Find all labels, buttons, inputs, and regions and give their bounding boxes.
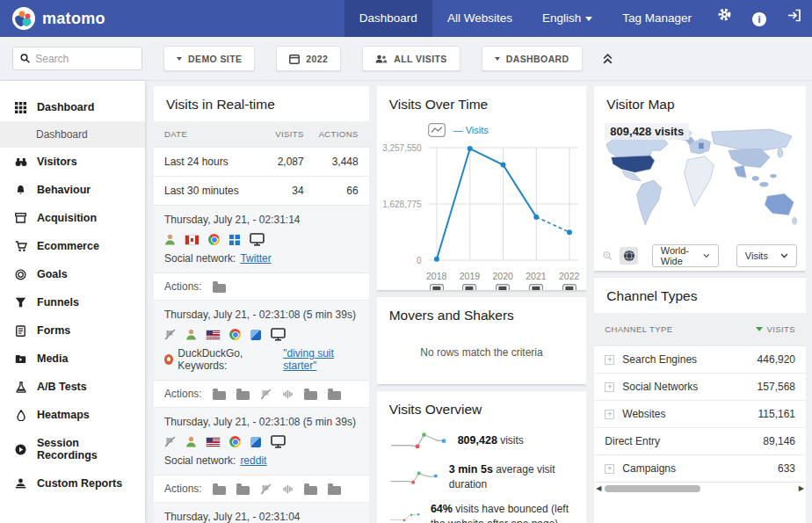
channel-row-direct-entry[interactable]: Direct Entry 89,146 [594, 427, 806, 454]
waveform-icon[interactable] [282, 484, 294, 494]
visits-over-time-plot [428, 142, 578, 265]
export-image-icon[interactable] [428, 123, 446, 137]
visitor-log-entry: Thursday, July 21, - 02:31:14 Social net… [154, 205, 369, 272]
col-header-visits[interactable]: VISITS [258, 129, 304, 139]
sidebar-item-goals[interactable]: Goals [0, 260, 145, 288]
sidebar-item-funnels[interactable]: Funnels [0, 288, 145, 316]
dashboard-selector-button[interactable]: DASHBOARD [482, 46, 583, 71]
collapse-chevrons-icon[interactable] [602, 53, 613, 64]
sidebar-item-custom-reports[interactable]: Custom Reports [0, 469, 145, 498]
clipboard-icon [14, 325, 27, 337]
folder-icon[interactable] [213, 486, 226, 495]
annotation-bubble-icon[interactable] [462, 284, 476, 290]
folder-icon[interactable] [213, 284, 226, 293]
bounce-rate-sparkline[interactable] [389, 505, 420, 523]
widget-title: Visits Overview [377, 391, 587, 426]
referrer-link[interactable]: "diving suit starter" [283, 347, 358, 372]
visit-datetime: Thursday, July 21, - 02:31:14 [164, 214, 359, 226]
annotation-bubble-icon[interactable] [496, 284, 510, 290]
expand-icon[interactable]: + [605, 382, 614, 392]
referrer-link[interactable]: Twitter [240, 252, 271, 265]
goal-crossed-icon[interactable] [260, 483, 272, 495]
metric-bounce-rate: 64% visits have bounced (left the websit… [377, 499, 587, 523]
chrome-icon [229, 436, 241, 447]
folder-icon[interactable] [213, 391, 226, 400]
site-selector-button[interactable]: DEMO SITE [163, 46, 255, 71]
x-axis-tick: 2020 [492, 271, 512, 281]
sidebar-item-dashboard[interactable]: Dashboard [0, 93, 145, 121]
sidebar-item-session-recordings[interactable]: Session Recordings [0, 429, 145, 469]
sidebar-item-forms[interactable]: Forms [0, 316, 145, 345]
top-navbar: matomo Dashboard All Websites English Ta… [0, 0, 812, 37]
info-icon[interactable]: i [742, 0, 777, 37]
col-header-visits[interactable]: VISITS [756, 324, 796, 334]
channel-row-websites[interactable]: +Websites 115,161 [594, 400, 806, 427]
scroll-right-icon[interactable]: ▶ [799, 484, 804, 492]
search-box[interactable] [12, 47, 142, 70]
world-map[interactable]: 809,428 visits [601, 121, 799, 239]
folder-icon[interactable] [304, 486, 317, 495]
map-region-select[interactable]: World-Wide [652, 244, 719, 267]
sidebar-item-acquisition[interactable]: Acquisition [0, 204, 145, 232]
visits-over-time-chart[interactable]: 01,628,7753,257,55020182019202020212022 [428, 142, 578, 290]
channel-row-social-networks[interactable]: +Social Networks 157,568 [594, 373, 806, 400]
referrer-label: DuckDuckGo, Keywords: [178, 347, 279, 372]
nav-tag-manager[interactable]: Tag Manager [607, 0, 707, 37]
legend-visits[interactable]: — Visits [453, 125, 489, 135]
sign-out-icon[interactable] [777, 0, 812, 37]
zoom-out-icon[interactable] [603, 249, 613, 263]
users-icon [375, 54, 388, 63]
widget-title: Visitor Map [594, 86, 806, 121]
expand-icon[interactable]: + [605, 464, 614, 474]
waveform-icon[interactable] [282, 389, 294, 399]
nav-all-websites[interactable]: All Websites [432, 0, 527, 37]
annotation-bubble-icon[interactable] [430, 284, 444, 290]
scroll-left-icon[interactable]: ◀ [596, 484, 601, 492]
widget-visits-overview: Visits Overview 809,428 visits 3 min 5s … [377, 391, 587, 523]
col-header-date[interactable]: DATE [164, 129, 258, 139]
scrollbar-thumb[interactable] [605, 485, 700, 492]
globe-icon[interactable] [620, 247, 638, 265]
goal-crossed-icon[interactable] [260, 389, 272, 400]
referrer-link[interactable]: reddit [240, 454, 266, 467]
folder-icon[interactable] [236, 486, 250, 495]
annotation-bubble-icon[interactable] [529, 284, 543, 290]
visitor-actions-row: Actions: [154, 475, 369, 502]
metric-avg-duration: 3 min 5s average visit duration [377, 460, 587, 499]
sidebar-item-ecommerce[interactable]: Ecommerce [0, 232, 145, 260]
channel-table-header: CHANNEL TYPE VISITS [594, 313, 806, 345]
folder-icon[interactable] [304, 391, 317, 400]
annotation-bubble-icon[interactable] [562, 284, 576, 290]
segment-selector-button[interactable]: ALL VISITS [362, 46, 460, 71]
folder-icon[interactable] [328, 486, 341, 495]
visits-sparkline[interactable] [389, 429, 447, 452]
macos-icon [250, 437, 261, 447]
map-metric-select[interactable]: Visits [736, 244, 797, 267]
expand-icon[interactable]: + [605, 355, 614, 365]
channel-row-campaigns[interactable]: +Campaigns 633 [594, 454, 806, 482]
sidebar-item-media[interactable]: Media [0, 345, 145, 373]
nav-dashboard[interactable]: Dashboard [344, 0, 432, 37]
matomo-logo[interactable]: matomo [12, 7, 105, 30]
sidebar-item-behaviour[interactable]: Behaviour [0, 176, 145, 204]
sidebar-item-ab-tests[interactable]: A/B Tests [0, 373, 145, 401]
empty-state-message: No rows match the criteria [377, 346, 587, 359]
period-selector-button[interactable]: 2022 [276, 46, 341, 71]
sidebar-subitem-dashboard[interactable]: Dashboard [0, 121, 145, 148]
avg-duration-sparkline[interactable] [389, 466, 439, 489]
folder-icon[interactable] [236, 391, 250, 400]
y-axis-tick: 0 [417, 256, 422, 265]
duckduckgo-icon [164, 354, 173, 365]
sidebar-item-visitors[interactable]: Visitors [0, 148, 145, 176]
search-input[interactable] [35, 53, 134, 65]
channel-row-search-engines[interactable]: +Search Engines 446,920 [594, 345, 806, 373]
expand-icon[interactable]: + [605, 410, 614, 419]
funnel-icon [14, 297, 27, 308]
sidebar-item-heatmaps[interactable]: Heatmaps [0, 401, 145, 429]
col-header-channel-type[interactable]: CHANNEL TYPE [605, 324, 672, 334]
col-header-actions[interactable]: ACTIONS [304, 129, 359, 139]
folder-icon[interactable] [328, 391, 341, 400]
horizontal-scrollbar[interactable]: ◀ ▶ [594, 482, 806, 495]
settings-gear-icon[interactable] [707, 0, 742, 37]
nav-language-menu[interactable]: English [527, 0, 607, 37]
